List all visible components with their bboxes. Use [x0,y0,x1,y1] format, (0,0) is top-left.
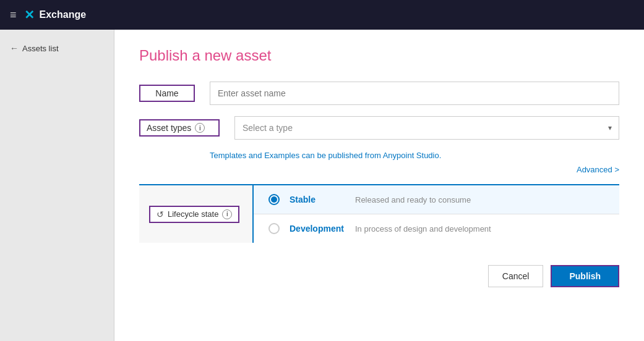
asset-types-select-wrapper: Select a type REST API HTTP API RAML Fra… [234,116,619,140]
back-link[interactable]: ← Assets list [0,40,114,57]
footer-buttons: Cancel Publish [139,258,619,287]
name-input[interactable] [210,82,619,105]
asset-types-row: Asset types i Select a type REST API HTT… [139,116,619,140]
menu-icon[interactable]: ≡ [10,9,17,22]
lifecycle-label-text: Lifecycle state [168,209,218,219]
lifecycle-label-col: ↺ Lifecycle state i [139,185,254,243]
publish-button[interactable]: Publish [551,265,619,287]
lifecycle-section: ↺ Lifecycle state i Stable Released and … [139,184,619,243]
lifecycle-icon: ↺ [157,209,164,219]
lifecycle-option-stable[interactable]: Stable Released and ready to consume [254,185,619,214]
lifecycle-option-development[interactable]: Development In process of design and dev… [254,214,619,243]
lifecycle-options-col: Stable Released and ready to consume Dev… [254,185,619,243]
top-navigation: ≡ ✕ Exchange [0,0,644,30]
advanced-link[interactable]: Advanced > [139,165,619,174]
lifecycle-label-box: ↺ Lifecycle state i [149,206,239,223]
development-radio[interactable] [268,223,280,234]
sidebar: ← Assets list [0,30,114,341]
asset-types-label: Asset types i [139,119,220,137]
asset-types-info-icon: i [195,123,205,133]
logo: ✕ Exchange [24,7,87,22]
app-title: Exchange [40,9,87,20]
exchange-logo-icon: ✕ [24,7,35,22]
development-label: Development [290,224,345,234]
stable-radio[interactable] [268,194,280,205]
page-title: Publish a new asset [139,47,619,64]
lifecycle-row: ↺ Lifecycle state i Stable Released and … [139,185,619,243]
info-text: Templates and Examples can be published … [210,151,619,160]
stable-label: Stable [290,195,345,204]
main-content: Publish a new asset Name Asset types i S… [114,30,644,341]
name-row: Name [139,82,619,105]
development-description: In process of design and development [355,224,491,234]
back-arrow-icon: ← [10,43,19,53]
stable-description: Released and ready to consume [355,195,471,204]
name-label: Name [139,85,195,102]
back-label: Assets list [22,44,59,53]
cancel-button[interactable]: Cancel [488,265,544,287]
asset-types-select[interactable]: Select a type REST API HTTP API RAML Fra… [234,116,619,140]
main-layout: ← Assets list Publish a new asset Name A… [0,30,644,341]
lifecycle-info-icon: i [222,209,232,219]
